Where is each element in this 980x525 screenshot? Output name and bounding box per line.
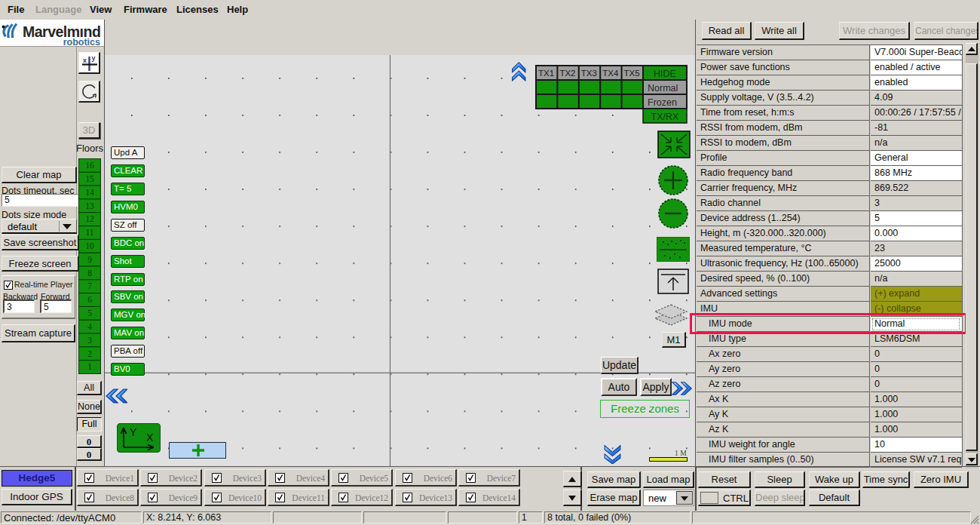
svg-text:TX1: TX1 <box>538 69 554 78</box>
svg-text:3: 3 <box>87 336 92 345</box>
svg-text:TX4: TX4 <box>602 69 619 78</box>
svg-text:12: 12 <box>85 214 94 223</box>
svg-text:x: x <box>83 57 87 64</box>
svg-text:Normal: Normal <box>648 83 678 94</box>
svg-text:7: 7 <box>87 281 92 290</box>
svg-text:8: 8 <box>87 269 92 278</box>
svg-text:9: 9 <box>87 255 92 264</box>
svg-text:10: 10 <box>85 241 94 250</box>
svg-text:16: 16 <box>85 161 94 170</box>
svg-text:5: 5 <box>87 309 92 318</box>
svg-text:Frozen: Frozen <box>648 97 677 108</box>
svg-text:14: 14 <box>85 188 94 197</box>
svg-text:X: X <box>146 431 154 444</box>
svg-text:TX2: TX2 <box>559 69 575 78</box>
svg-text:Y: Y <box>130 426 137 438</box>
svg-text:2: 2 <box>87 349 92 358</box>
svg-text:HIDE: HIDE <box>654 69 676 79</box>
svg-text:6: 6 <box>87 295 92 304</box>
svg-text:13: 13 <box>85 201 94 210</box>
svg-text:y: y <box>92 54 96 62</box>
svg-text:11: 11 <box>85 228 93 237</box>
svg-text:4: 4 <box>87 322 92 331</box>
svg-text:1: 1 <box>87 362 92 371</box>
svg-text:15: 15 <box>85 174 94 183</box>
svg-text:TX/RX: TX/RX <box>651 112 679 122</box>
svg-text:TX3: TX3 <box>581 69 597 78</box>
svg-text:TX5: TX5 <box>624 69 640 78</box>
